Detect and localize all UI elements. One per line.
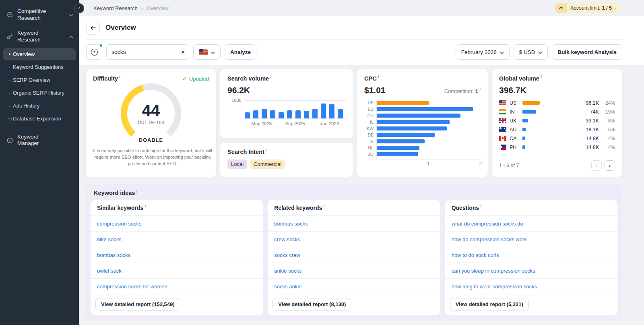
keyword-input[interactable] <box>106 44 189 60</box>
keyword-link[interactable]: socks crew <box>274 252 300 258</box>
updated-badge: ✓ Updated <box>182 76 209 82</box>
sidebar-item-overview[interactable]: •Overview <box>3 48 76 60</box>
main-area: Keyword Research › Overview Account limi… <box>79 0 644 325</box>
sidebar-item-keyword-suggestions[interactable]: ·Keyword Suggestions <box>3 61 76 73</box>
country-code: UK <box>510 118 519 124</box>
cpc-card: CPCi $1.01 Competition:1i USLUCHILKWDEIS… <box>357 69 488 177</box>
country-label: IS <box>364 139 374 143</box>
card-title: Search Intenti <box>227 149 346 155</box>
intent-badge-local: Local <box>227 159 247 169</box>
search-volume-chart: 160k May 2025Sep 2025Jan 2026 <box>244 100 346 128</box>
country-row: UK33.1K8% <box>499 118 615 124</box>
keyword-link[interactable]: compression socks <box>97 221 142 227</box>
sidebar-item-label: Database Expansion <box>13 116 61 122</box>
account-limit-badge[interactable]: Account limit: 1 / 5 i <box>555 3 620 13</box>
period-select[interactable]: February 2026 <box>456 44 510 60</box>
clear-icon[interactable]: ✕ <box>181 49 185 55</box>
in-flag-icon <box>499 109 506 114</box>
volume-bar <box>321 104 326 118</box>
currency-select[interactable]: $ USD <box>514 44 548 60</box>
keyword-link[interactable]: bombas socks <box>97 252 130 258</box>
volume-bar <box>287 110 292 118</box>
volume-percent: 8% <box>602 118 615 124</box>
keyword-link[interactable]: nike socks <box>97 236 122 242</box>
cpc-bar-kw <box>377 126 447 130</box>
cpc-bar-nl <box>377 146 419 150</box>
next-page-button[interactable]: › <box>605 160 615 171</box>
volume-value: 96.2K <box>580 100 599 106</box>
view-report-button[interactable]: View detailed report (5,221) <box>450 298 529 311</box>
volume-bar <box>338 109 343 118</box>
keyword-row: socks ankle <box>268 279 440 294</box>
sidebar-item-organic-serp-history[interactable]: ·Organic SERP History <box>3 87 76 99</box>
keyword-row: compression socks for women <box>91 279 263 294</box>
keyword-link[interactable]: how do compression socks work <box>452 236 527 242</box>
plus-circle-icon: + <box>91 49 98 56</box>
currency-value: $ USD <box>519 49 535 55</box>
sidebar-item-serp-overview[interactable]: ·SERP Overview <box>3 74 76 86</box>
bulk-analysis-button[interactable]: Bulk keyword Analysis <box>552 44 622 60</box>
cpc-bar-jo <box>377 152 418 156</box>
sidebar-item-competitive-research[interactable]: Competitive Research <box>0 4 79 26</box>
sidebar-item-label: SERP Overview <box>13 77 50 83</box>
keyword-link[interactable]: compression socks for women <box>97 284 167 290</box>
keyword-link[interactable]: socks ankle <box>274 284 301 290</box>
info-circle-icon <box>6 137 13 144</box>
keyword-link[interactable]: how long to wear compression socks <box>452 284 537 290</box>
country-label: CH <box>364 114 374 118</box>
info-icon[interactable]: i <box>323 203 324 208</box>
info-icon[interactable]: i <box>266 147 267 152</box>
volume-bar-track <box>522 128 577 131</box>
info-icon[interactable]: i <box>378 74 379 79</box>
info-icon[interactable]: i <box>479 87 481 92</box>
sidebar-item-keyword-manager[interactable]: Keyword Manager <box>0 130 79 151</box>
country-label: DE <box>364 133 374 137</box>
sidebar-item-keyword-research[interactable]: Keyword Research <box>0 26 79 48</box>
breadcrumb-keyword-research[interactable]: Keyword Research <box>93 5 138 11</box>
country-row: CA14.8K4% <box>499 135 615 141</box>
prev-page-button[interactable]: ‹ <box>591 160 602 171</box>
info-icon[interactable]: i <box>270 74 271 79</box>
keyword-research-submenu: •Overview·Keyword Suggestions·SERP Overv… <box>0 48 79 125</box>
sidebar-item-ads-history[interactable]: ·Ads History <box>3 100 76 112</box>
keyword-ideas-section: Keyword ideasi Similar keywordsi compres… <box>86 184 622 320</box>
x-axis-label: Sep 2025 <box>285 121 305 126</box>
volume-bar <box>245 112 250 118</box>
keyword-row: bombas socks <box>91 247 263 263</box>
keyword-link[interactable]: can you sleep in compression socks <box>452 268 535 274</box>
view-report-button[interactable]: View detailed report (8,130) <box>272 298 351 311</box>
volume-bar-track <box>522 137 577 140</box>
sidebar: Competitive Research Keyword Research •O… <box>0 0 79 325</box>
search-intent-card: Search Intenti LocalCommercial <box>220 143 353 177</box>
card-title: Search volumei <box>227 75 346 82</box>
sidebar-item-label: Organic SERP History <box>13 90 64 96</box>
region-select[interactable] <box>193 44 221 60</box>
keyword-row: what do compression socks do <box>445 216 617 232</box>
back-button[interactable] <box>86 21 100 35</box>
volume-value: 33.1K <box>580 118 599 124</box>
info-icon[interactable]: i <box>136 188 137 193</box>
country-code: IN <box>510 109 519 115</box>
view-report-button[interactable]: View detailed report (152,549) <box>95 298 180 311</box>
volume-bar <box>522 128 526 131</box>
keyword-link[interactable]: what do compression socks do <box>452 221 523 227</box>
info-icon[interactable]: i <box>480 203 481 208</box>
keyword-link[interactable]: how to do sock curls <box>452 252 499 258</box>
info-icon[interactable]: i <box>144 203 146 208</box>
sidebar-item-database-expansion[interactable]: Database Expansion <box>3 113 76 125</box>
info-icon[interactable]: i <box>541 74 542 79</box>
add-keyword-button[interactable]: + <box>86 44 102 60</box>
sidebar-collapse-button[interactable]: ‹ <box>74 3 84 13</box>
page-title: Overview <box>105 24 136 32</box>
keyword-link[interactable]: ankle socks <box>274 268 301 274</box>
analyze-button[interactable]: Analyze <box>225 44 256 60</box>
keyword-link[interactable]: bombas socks <box>274 221 308 227</box>
info-icon[interactable]: i <box>119 74 120 79</box>
au-flag-icon <box>499 127 506 132</box>
cpc-bar-lu <box>377 107 473 111</box>
sidebar-item-label: Keyword Manager <box>17 134 61 147</box>
keyword-link[interactable]: owlet sock <box>97 268 122 274</box>
keyword-link[interactable]: crew socks <box>274 236 300 242</box>
country-code: US <box>510 100 519 106</box>
app-root: Competitive Research Keyword Research •O… <box>0 0 644 325</box>
